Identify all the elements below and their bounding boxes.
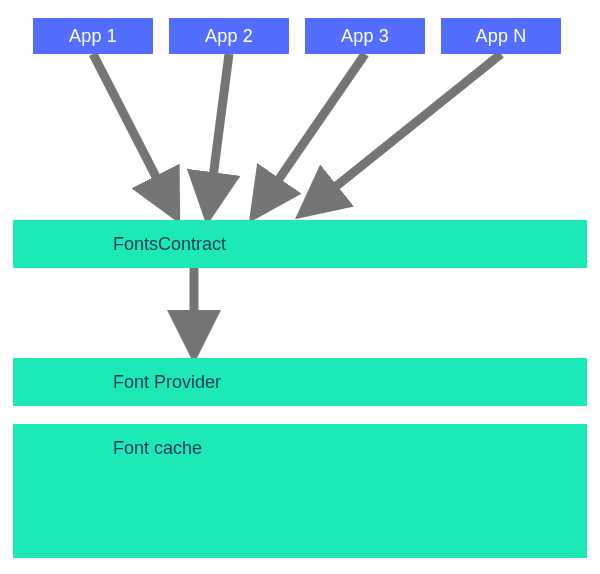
app-label: App N [475, 26, 526, 47]
diagram-canvas: App 1 App 2 App 3 App N FontsContract Fo… [0, 0, 600, 574]
layer-label: FontsContract [113, 234, 226, 255]
font-cache-bar: Font cache [13, 424, 587, 472]
bottom-green-fill [13, 472, 587, 558]
app-box-3: App 3 [305, 18, 425, 54]
app-label: App 2 [205, 26, 253, 47]
app-box-2: App 2 [169, 18, 289, 54]
layer-label: Font Provider [113, 372, 221, 393]
arrow-app1-to-contract [93, 54, 172, 208]
fonts-contract-layer: FontsContract [13, 220, 587, 268]
arrow-app2-to-contract [209, 54, 229, 208]
layer-label: Font cache [113, 438, 202, 459]
app-label: App 3 [341, 26, 389, 47]
arrow-appN-to-contract [309, 54, 501, 208]
app-box-1: App 1 [33, 18, 153, 54]
arrow-app3-to-contract [259, 54, 365, 208]
app-label: App 1 [69, 26, 117, 47]
font-provider-bar: Font Provider [13, 358, 587, 406]
app-box-n: App N [441, 18, 561, 54]
